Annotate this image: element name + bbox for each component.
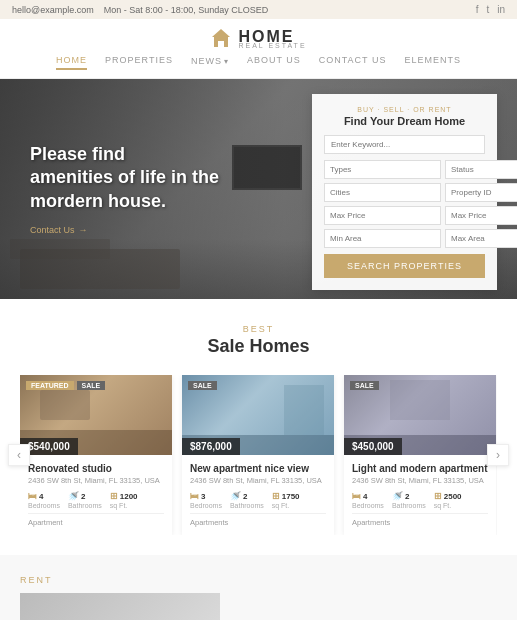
chevron-down-icon: ▾ <box>224 57 229 66</box>
search-propertyid-input[interactable] <box>445 183 517 202</box>
stat-area-1: ⊞ 1200 sq Ft. <box>110 491 138 509</box>
stat-area-value-1: ⊞ 1200 <box>110 491 138 501</box>
stat-baths-1: 🚿 2 Bathrooms <box>68 491 102 509</box>
stat-beds-label-3: Bedrooms <box>352 502 384 509</box>
card-badges-1: FEATURED Sale <box>26 381 105 390</box>
stat-baths-3: 🚿 2 Bathrooms <box>392 491 426 509</box>
stat-area-value-2: ⊞ 1750 <box>272 491 300 501</box>
rent-section-label: RENT <box>20 575 497 585</box>
card-image-1: FEATURED Sale $540,000 <box>20 375 172 455</box>
price-tag-3: $450,000 <box>344 438 402 455</box>
search-fields-grid <box>324 160 485 248</box>
card-type-2: Apartments <box>190 513 326 527</box>
search-maxprice-input[interactable] <box>324 206 441 225</box>
card-badges-2: Sale <box>188 381 217 390</box>
chevron-left-icon: ‹ <box>17 448 21 462</box>
card-type-3: Apartments <box>352 513 488 527</box>
linkedin-icon[interactable]: in <box>497 4 505 15</box>
nav-contact[interactable]: CONTACT US <box>319 55 387 70</box>
card-body-3: Light and modern apartment 2436 SW 8th S… <box>344 455 496 535</box>
search-status-input[interactable] <box>445 160 517 179</box>
stat-beds-2: 🛏 3 Bedrooms <box>190 491 222 509</box>
site-header: HOME REAL ESTATE HOME PROPERTIES NEWS ▾ … <box>0 19 517 79</box>
stat-beds-label-2: Bedrooms <box>190 502 222 509</box>
stat-area-3: ⊞ 2500 sq Ft. <box>434 491 462 509</box>
next-arrow[interactable]: › <box>487 444 509 466</box>
prev-arrow[interactable]: ‹ <box>8 444 30 466</box>
nav-properties[interactable]: PROPERTIES <box>105 55 173 70</box>
hero-contact-link[interactable]: Contact Us → <box>30 225 219 235</box>
stat-beds-value-1: 🛏 4 <box>28 491 60 501</box>
search-maxprice2-input[interactable] <box>445 206 517 225</box>
bed-icon: 🛏 <box>28 491 37 501</box>
stat-baths-value-3: 🚿 2 <box>392 491 426 501</box>
sale-card-3[interactable]: Sale $450,000 Light and modern apartment… <box>344 375 496 535</box>
sale-cards-row: FEATURED Sale $540,000 Renovated studio … <box>20 375 497 535</box>
card-title-3: Light and modern apartment <box>352 463 488 474</box>
search-maxarea-input[interactable] <box>445 229 517 248</box>
stat-area-label-1: sq Ft. <box>110 502 138 509</box>
nav-home[interactable]: HOME <box>56 55 87 70</box>
svg-marker-0 <box>212 29 230 47</box>
sale-section-title: Sale Homes <box>20 336 497 357</box>
twitter-icon[interactable]: t <box>486 4 489 15</box>
nav-news[interactable]: NEWS ▾ <box>191 55 229 70</box>
bath-icon: 🚿 <box>68 491 79 501</box>
sale-badge-3: Sale <box>350 381 379 390</box>
area-icon: ⊞ <box>110 491 118 501</box>
stat-baths-label-3: Bathrooms <box>392 502 426 509</box>
logo-icon <box>210 27 232 49</box>
search-minarea-input[interactable] <box>324 229 441 248</box>
sale-section-label: BEST <box>20 324 497 334</box>
search-properties-button[interactable]: Search Properties <box>324 254 485 278</box>
card-address-2: 2436 SW 8th St, Miami, FL 33135, USA <box>190 476 326 485</box>
stat-baths-value-2: 🚿 2 <box>230 491 264 501</box>
sale-homes-section: BEST Sale Homes ‹ FEATURED Sale $540,000 <box>0 299 517 555</box>
rent-image <box>20 593 220 620</box>
top-bar-left: hello@example.com Mon - Sat 8:00 - 18:00… <box>12 5 268 15</box>
logo[interactable]: HOME REAL ESTATE <box>210 27 306 49</box>
email-info: hello@example.com <box>12 5 94 15</box>
price-tag-2: $876,000 <box>182 438 240 455</box>
search-keyword-input[interactable] <box>324 135 485 154</box>
hero-text-block: Please find amenities of life in the mor… <box>30 143 219 235</box>
stat-baths-label-1: Bathrooms <box>68 502 102 509</box>
bath-icon-3: 🚿 <box>392 491 403 501</box>
arrow-right-icon: → <box>79 225 88 235</box>
search-city-input[interactable] <box>324 183 441 202</box>
card-stats-3: 🛏 4 Bedrooms 🚿 2 Bathrooms <box>352 491 488 509</box>
search-panel-title: Find Your Dream Home <box>324 115 485 127</box>
sale-badge-2: Sale <box>188 381 217 390</box>
card-image-3: Sale $450,000 <box>344 375 496 455</box>
sale-card-1[interactable]: FEATURED Sale $540,000 Renovated studio … <box>20 375 172 535</box>
area-icon-2: ⊞ <box>272 491 280 501</box>
stat-area-value-3: ⊞ 2500 <box>434 491 462 501</box>
sale-card-2[interactable]: Sale $876,000 New apartment nice view 24… <box>182 375 334 535</box>
social-links[interactable]: f t in <box>476 4 505 15</box>
bed-icon-3: 🛏 <box>352 491 361 501</box>
facebook-icon[interactable]: f <box>476 4 479 15</box>
logo-sub: REAL ESTATE <box>238 42 306 49</box>
nav-elements[interactable]: ELEMENTS <box>404 55 461 70</box>
stat-area-label-2: sq Ft. <box>272 502 300 509</box>
card-badges-3: Sale <box>350 381 379 390</box>
stat-area-2: ⊞ 1750 sq Ft. <box>272 491 300 509</box>
card-stats-1: 🛏 4 Bedrooms 🚿 2 Bathrooms <box>28 491 164 509</box>
stat-beds-value-2: 🛏 3 <box>190 491 222 501</box>
area-icon-3: ⊞ <box>434 491 442 501</box>
card-title-1: Renovated studio <box>28 463 164 474</box>
rent-section: RENT <box>0 555 517 620</box>
search-type-input[interactable] <box>324 160 441 179</box>
rent-content-row <box>20 593 497 620</box>
stat-beds-value-3: 🛏 4 <box>352 491 384 501</box>
bath-icon-2: 🚿 <box>230 491 241 501</box>
stat-baths-2: 🚿 2 Bathrooms <box>230 491 264 509</box>
stat-area-label-3: sq Ft. <box>434 502 462 509</box>
stat-beds-label-1: Bedrooms <box>28 502 60 509</box>
sale-section-header: BEST Sale Homes <box>20 324 497 357</box>
card-image-2: Sale $876,000 <box>182 375 334 455</box>
nav-about[interactable]: ABOUT US <box>247 55 301 70</box>
card-address-3: 2436 SW 8th St, Miami, FL 33135, USA <box>352 476 488 485</box>
card-stats-2: 🛏 3 Bedrooms 🚿 2 Bathrooms <box>190 491 326 509</box>
chevron-right-icon: › <box>496 448 500 462</box>
